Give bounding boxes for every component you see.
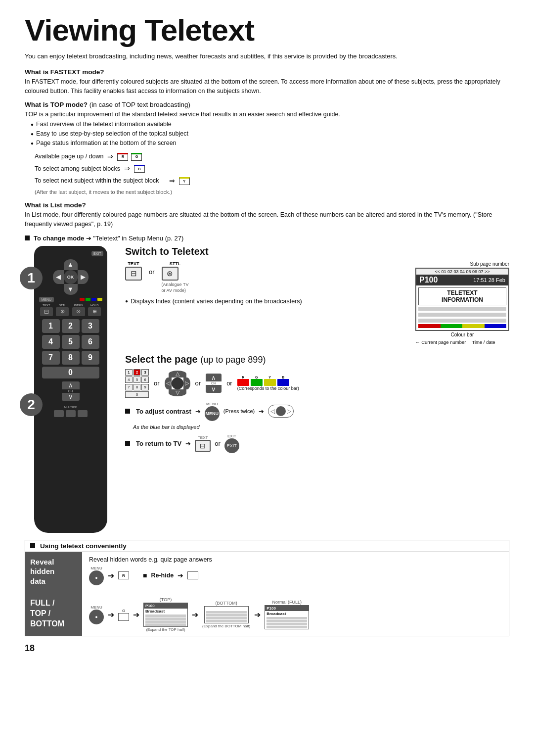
num-2[interactable]: 2 bbox=[62, 319, 80, 333]
num-9[interactable]: 9 bbox=[82, 351, 99, 365]
nav-ok[interactable]: OK bbox=[64, 270, 78, 284]
step-1-circle: 1 bbox=[20, 267, 43, 289]
num-1[interactable]: 1 bbox=[42, 319, 60, 333]
color-g-indicator bbox=[86, 298, 90, 301]
ns-7[interactable]: 7 bbox=[125, 384, 133, 390]
ch-buttons: ∧ CH ∨ bbox=[206, 374, 222, 393]
menu-circle-ftb[interactable]: ● bbox=[89, 610, 104, 624]
step-1-title: Switch to Teletext bbox=[125, 246, 209, 257]
ns-0[interactable]: 0 bbox=[125, 391, 149, 398]
btn-b-diagram: B bbox=[134, 165, 145, 173]
nav-down-select[interactable]: ▽ bbox=[169, 389, 186, 396]
ns-6[interactable]: 6 bbox=[141, 377, 149, 383]
multipp-btn-3[interactable] bbox=[78, 410, 88, 417]
index-button[interactable]: ⊙ bbox=[72, 307, 85, 316]
btn-r-diagram: R bbox=[117, 153, 128, 161]
return-tv-row: To return to TV ➔ TEXT ⊟ or EXIT EXIT bbox=[125, 434, 509, 453]
rehide-btn[interactable] bbox=[187, 571, 198, 579]
list-mode-heading: What is List mode? bbox=[25, 201, 509, 209]
ns-5[interactable]: 5 bbox=[134, 377, 141, 383]
sttl-button[interactable]: ⊛ bbox=[56, 307, 69, 316]
teletext-info-box: << 01 02 03 04 05 06 07 >> P100 17:51 28… bbox=[415, 268, 509, 331]
btn-y-diagram: Y bbox=[179, 177, 190, 185]
text-btn-icon[interactable]: ⊟ bbox=[125, 267, 142, 281]
or-text-3: or bbox=[195, 379, 201, 387]
colour-y-btn[interactable] bbox=[264, 379, 276, 386]
nav-down[interactable]: ▼ bbox=[64, 284, 78, 295]
rehide-text: Re-hide bbox=[151, 572, 174, 579]
using-teletext-section: Using teletext conveniently Reveal hidde… bbox=[25, 540, 509, 637]
page-title: Viewing Teletext bbox=[25, 15, 509, 46]
ns-2[interactable]: 2 bbox=[134, 369, 141, 376]
step-2-circle: 2 bbox=[20, 393, 43, 416]
reveal-label: Reveal hidden data bbox=[25, 552, 82, 591]
num-8[interactable]: 8 bbox=[62, 351, 80, 365]
num-3[interactable]: 3 bbox=[82, 319, 99, 333]
multipp-btn-2[interactable] bbox=[66, 410, 76, 417]
displays-text: Displays Index (content varies depending… bbox=[131, 298, 302, 305]
exit-label-return: EXIT bbox=[227, 434, 236, 438]
color-y-indicator bbox=[97, 298, 102, 301]
colour-b-btn[interactable] bbox=[277, 379, 289, 386]
colour-r-btn[interactable] bbox=[237, 379, 249, 386]
full-top-bottom-content: MENU ● ➔ G ➔ (TOP) P100 Broadcast bbox=[82, 591, 509, 636]
bullet-3: Page status information at the bottom of… bbox=[31, 139, 509, 148]
step-2-section: Select the page (up to page 899) 1 2 3 4… bbox=[125, 354, 509, 453]
nav-right[interactable]: ▶ bbox=[78, 270, 89, 284]
ns-1[interactable]: 1 bbox=[125, 369, 133, 376]
using-title: Using teletext conveniently bbox=[25, 540, 509, 552]
press-twice: (Press twice) bbox=[223, 408, 255, 414]
center-adjust-btn[interactable] bbox=[276, 406, 286, 416]
mini-screen-top-title: Broadcast bbox=[144, 609, 187, 614]
colour-g-btn[interactable] bbox=[251, 379, 263, 386]
ns-8[interactable]: 8 bbox=[134, 384, 141, 390]
nav-center-select[interactable] bbox=[172, 378, 183, 389]
diagram-row-2: To select among subject blocks ⇒ B bbox=[35, 163, 509, 174]
list-mode-body: In List mode, four differently coloured … bbox=[25, 210, 509, 230]
num-0[interactable]: 0 bbox=[42, 367, 99, 378]
sttl-btn-icon[interactable]: ⊛ bbox=[162, 267, 178, 281]
ftb-diagram: MENU ● ➔ G ➔ (TOP) P100 Broadcast bbox=[89, 597, 502, 632]
nav-left[interactable]: ◀ bbox=[53, 270, 64, 284]
menu-label-adjust: MENU bbox=[206, 402, 218, 406]
ns-4[interactable]: 4 bbox=[125, 377, 133, 383]
menu-label-reveal: MENU bbox=[90, 566, 102, 570]
nav-cluster: ▲ ▼ ◀ ▶ OK bbox=[53, 259, 89, 295]
subpage-label: Sub page number bbox=[415, 261, 509, 267]
nav-up[interactable]: ▲ bbox=[64, 259, 78, 270]
remote-top-row: EXIT bbox=[38, 251, 103, 256]
time-date-label: Time / date bbox=[472, 339, 495, 345]
menu-circle-reveal[interactable]: ● bbox=[89, 570, 104, 585]
menu-circle-adjust[interactable]: MENU bbox=[205, 406, 220, 421]
colour-bar-label: Colour bar bbox=[415, 332, 509, 337]
g-btn-ftb[interactable] bbox=[118, 613, 129, 621]
ns-9[interactable]: 9 bbox=[141, 384, 149, 390]
multipp-btn-1[interactable] bbox=[54, 410, 64, 417]
nav-up-select[interactable]: △ bbox=[169, 371, 186, 378]
num-4[interactable]: 4 bbox=[42, 335, 60, 349]
menu-label-ftb: MENU bbox=[90, 605, 102, 610]
ns-3[interactable]: 3 bbox=[141, 369, 149, 376]
hold-button[interactable]: ⊕ bbox=[88, 307, 101, 316]
ch-up-select[interactable]: ∧ bbox=[206, 374, 222, 381]
diagram-row-3: To select next subject within the subjec… bbox=[35, 176, 509, 187]
nav-left-select[interactable]: ◁ bbox=[165, 378, 172, 389]
ch-down-btn[interactable]: ∨ bbox=[62, 393, 80, 401]
exit-circle[interactable]: EXIT bbox=[224, 438, 239, 453]
num-7[interactable]: 7 bbox=[42, 351, 60, 365]
nav-circle-wrap: △ ◁ ▷ ▽ bbox=[165, 371, 190, 396]
exit-button[interactable]: EXIT bbox=[91, 251, 103, 256]
nav-right-select[interactable]: ▷ bbox=[183, 378, 190, 389]
ch-down-select[interactable]: ∨ bbox=[206, 385, 222, 393]
remote-bottom-area: MULTIPP bbox=[38, 406, 103, 417]
square-bullet-using bbox=[30, 543, 35, 548]
text-btn-return[interactable]: ⊟ bbox=[195, 440, 211, 452]
num-6[interactable]: 6 bbox=[82, 335, 99, 349]
ch-up-btn[interactable]: ∧ bbox=[62, 381, 80, 389]
text-label-return: TEXT bbox=[198, 435, 208, 440]
switch-section: TEXT ⊟ or STTL ⊛ (Analogue TVor AV mode) bbox=[125, 261, 509, 345]
func-row: TEXT ⊟ STTL ⊛ INDEX ⊙ bbox=[39, 304, 102, 316]
r-btn-reveal[interactable]: R bbox=[118, 571, 129, 579]
num-5[interactable]: 5 bbox=[62, 335, 80, 349]
bullet-displays: ● bbox=[125, 298, 128, 304]
